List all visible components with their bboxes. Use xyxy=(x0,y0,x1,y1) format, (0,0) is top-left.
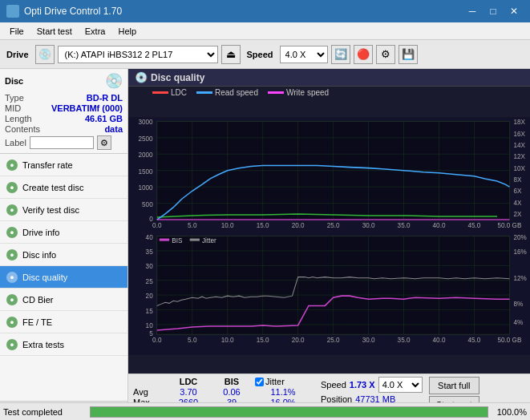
chart-header-icon: 💿 xyxy=(135,71,148,83)
svg-text:20.0: 20.0 xyxy=(292,222,305,229)
svg-text:45.0: 45.0 xyxy=(468,337,481,344)
drive-icon-btn[interactable]: 💿 xyxy=(35,45,55,64)
nav-label-disc-quality: Disc quality xyxy=(22,273,67,282)
stats-avg-label: Avg xyxy=(133,387,165,397)
svg-text:16%: 16% xyxy=(514,248,527,256)
disc-type-value: BD-R DL xyxy=(87,93,123,103)
nav-label-fe-te: FE / TE xyxy=(22,317,52,327)
svg-text:500: 500 xyxy=(142,201,153,208)
nav-fe-te[interactable]: ● FE / TE xyxy=(0,311,127,333)
svg-text:35: 35 xyxy=(146,248,154,256)
status-bar: Test completed 100.0% xyxy=(0,402,530,420)
svg-text:12X: 12X xyxy=(514,153,526,160)
svg-text:6X: 6X xyxy=(514,188,523,195)
progress-bar-container xyxy=(90,406,488,418)
svg-text:35.0: 35.0 xyxy=(398,222,411,229)
nav-icon-extra-tests: ● xyxy=(6,339,18,350)
nav-disc-quality[interactable]: ● Disc quality xyxy=(0,266,127,289)
svg-text:8%: 8% xyxy=(514,301,524,308)
minimize-button[interactable]: ─ xyxy=(463,4,482,18)
disc-label-button[interactable]: ⚙ xyxy=(97,135,111,150)
disc-title: Disc xyxy=(5,76,23,86)
speed-stat-select[interactable]: 4.0 X xyxy=(378,377,423,393)
chart-title: Disc quality xyxy=(151,72,204,83)
nav-icon-fe-te: ● xyxy=(6,317,18,328)
svg-text:10X: 10X xyxy=(514,165,526,172)
stats-avg-bis: 0.06 xyxy=(212,387,252,397)
nav-extra-tests[interactable]: ● Extra tests xyxy=(0,333,127,356)
main-layout: Disc 💿 Type BD-R DL MID VERBATIMf (000) … xyxy=(0,69,530,420)
stats-bis-header: BIS xyxy=(212,377,252,386)
svg-text:45.0: 45.0 xyxy=(468,222,481,229)
svg-text:18X: 18X xyxy=(514,119,526,126)
disc-type-label: Type xyxy=(5,93,24,103)
disc-contents-value: data xyxy=(104,124,123,134)
svg-text:2000: 2000 xyxy=(139,151,154,159)
disc-panel-icon: 💿 xyxy=(105,72,123,90)
nav-label-verify-test: Verify test disc xyxy=(22,205,79,215)
menu-start-test[interactable]: Start test xyxy=(30,25,79,38)
jitter-checkbox[interactable] xyxy=(255,378,264,386)
svg-text:30.0: 30.0 xyxy=(362,337,375,344)
svg-text:35.0: 35.0 xyxy=(398,337,411,344)
nav-icon-transfer-rate: ● xyxy=(6,160,18,171)
disc-label-label: Label xyxy=(5,138,26,147)
disc-length-value: 46.61 GB xyxy=(85,114,123,123)
legend-write-speed-color xyxy=(268,91,284,94)
svg-rect-93 xyxy=(190,239,200,241)
drive-select[interactable]: (K:) ATAPI iHBS312 2 PL17 xyxy=(58,46,218,63)
refresh-button[interactable]: 🔄 xyxy=(331,45,350,64)
progress-bar-fill xyxy=(91,407,488,417)
start-full-button[interactable]: Start full xyxy=(429,377,479,394)
save-button[interactable]: 💾 xyxy=(399,45,418,64)
menubar: File Start test Extra Help xyxy=(0,22,530,40)
nav-label-create-test: Create test disc xyxy=(22,183,83,192)
stats-jitter-header: Jitter xyxy=(255,377,311,386)
speed-select[interactable]: 4.0 X xyxy=(280,46,328,63)
svg-text:25: 25 xyxy=(146,278,154,285)
nav-disc-info[interactable]: ● Disc info xyxy=(0,244,127,266)
svg-text:8X: 8X xyxy=(514,176,523,184)
svg-text:25.0: 25.0 xyxy=(327,222,340,229)
svg-text:20.0: 20.0 xyxy=(292,337,305,344)
nav-create-test-disc[interactable]: ● Create test disc xyxy=(0,176,127,199)
nav-icon-verify-test: ● xyxy=(6,204,18,216)
nav-label-extra-tests: Extra tests xyxy=(22,340,64,349)
svg-text:20%: 20% xyxy=(514,234,527,241)
titlebar-controls: ─ □ ✕ xyxy=(463,4,524,18)
svg-text:20: 20 xyxy=(146,293,154,300)
disc-type-row: Type BD-R DL xyxy=(5,93,123,103)
toolbar: Drive 💿 (K:) ATAPI iHBS312 2 PL17 ⏏ Spee… xyxy=(0,40,530,69)
svg-text:10.0: 10.0 xyxy=(221,337,234,344)
svg-text:16X: 16X xyxy=(514,131,526,138)
nav-verify-test-disc[interactable]: ● Verify test disc xyxy=(0,199,127,221)
nav-drive-info[interactable]: ● Drive info xyxy=(0,221,127,244)
svg-text:15.0: 15.0 xyxy=(257,337,269,344)
eject-button[interactable]: ⏏ xyxy=(221,45,241,64)
svg-text:BIS: BIS xyxy=(172,237,183,244)
disc-mid-row: MID VERBATIMf (000) xyxy=(5,103,123,113)
svg-text:40.0: 40.0 xyxy=(433,337,446,344)
menu-extra[interactable]: Extra xyxy=(79,25,112,38)
maximize-button[interactable]: □ xyxy=(483,4,503,18)
charts-container: 3000 2500 2000 1500 1000 500 0 18X 16X 1… xyxy=(128,99,530,374)
svg-text:4X: 4X xyxy=(514,200,523,207)
nav-cd-bier[interactable]: ● CD Bier xyxy=(0,289,127,311)
nav-transfer-rate[interactable]: ● Transfer rate xyxy=(0,154,127,176)
drive-label: Drive xyxy=(3,50,32,59)
disc-contents-label: Contents xyxy=(5,124,40,134)
nav-icon-drive-info: ● xyxy=(6,227,18,238)
close-button[interactable]: ✕ xyxy=(504,4,524,18)
menu-file[interactable]: File xyxy=(3,25,30,38)
legend-ldc: LDC xyxy=(152,88,187,97)
svg-text:50.0 GB: 50.0 GB xyxy=(497,222,521,229)
burn-button[interactable]: 🔴 xyxy=(354,45,373,64)
settings-button[interactable]: ⚙ xyxy=(376,45,395,64)
disc-header: Disc 💿 xyxy=(5,72,123,90)
titlebar-title: Opti Drive Control 1.70 xyxy=(6,5,122,18)
disc-label-input[interactable] xyxy=(30,136,94,149)
menu-help[interactable]: Help xyxy=(111,25,143,38)
svg-text:0.0: 0.0 xyxy=(152,222,162,229)
svg-text:5.0: 5.0 xyxy=(188,222,197,229)
legend-ldc-color xyxy=(152,91,168,94)
